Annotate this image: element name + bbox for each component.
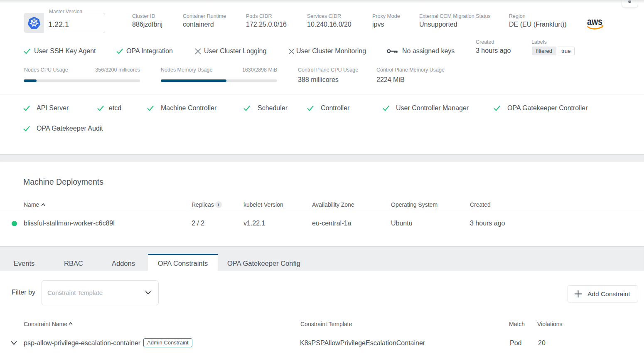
svg-text:aws: aws	[587, 18, 602, 27]
